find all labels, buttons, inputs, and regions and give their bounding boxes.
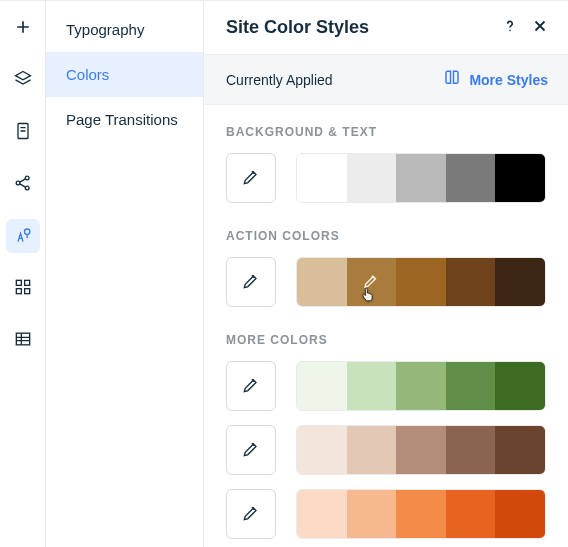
pencil-icon [241, 439, 261, 462]
more-styles-button[interactable]: More Styles [443, 69, 548, 90]
grid-icon [13, 277, 33, 300]
color-swatch[interactable] [347, 154, 397, 202]
plus-icon [13, 17, 33, 40]
color-swatch[interactable] [446, 154, 496, 202]
help-icon [501, 17, 519, 38]
svg-rect-6 [24, 280, 29, 285]
color-swatch[interactable] [396, 258, 446, 306]
svg-point-3 [25, 186, 29, 190]
color-swatch[interactable] [495, 426, 545, 474]
color-swatch[interactable] [446, 490, 496, 538]
sidebar-item-label: Page Transitions [66, 111, 178, 128]
sidebar-item-typography[interactable]: Typography [46, 7, 203, 52]
color-swatch[interactable] [297, 258, 347, 306]
svg-point-10 [509, 30, 511, 32]
rail-page[interactable] [6, 115, 40, 149]
swatch-row [226, 361, 546, 411]
rail-theme[interactable] [6, 219, 40, 253]
rail-table[interactable] [6, 323, 40, 357]
svg-rect-7 [16, 288, 21, 293]
color-swatch[interactable] [495, 258, 545, 306]
swatch-group: Edit [296, 257, 546, 307]
sidebar-item-label: Typography [66, 21, 144, 38]
pencil-icon [241, 271, 261, 294]
section-label: BACKGROUND & TEXT [226, 125, 546, 139]
currently-applied-label: Currently Applied [226, 72, 443, 88]
color-swatch-hovered[interactable]: Edit [347, 258, 397, 306]
swatch-row [226, 425, 546, 475]
sidebar-item-label: Colors [66, 66, 109, 83]
pencil-icon [241, 375, 261, 398]
color-swatch[interactable] [297, 490, 347, 538]
page-icon [13, 121, 33, 144]
color-swatch[interactable] [396, 490, 446, 538]
sidebar-item-page-transitions[interactable]: Page Transitions [46, 97, 203, 142]
share-icon [13, 173, 33, 196]
section-action-colors: ACTION COLORS Edit [226, 229, 546, 307]
color-swatch[interactable] [495, 490, 545, 538]
panel-body: BACKGROUND & TEXT [204, 105, 568, 547]
color-swatch[interactable] [297, 426, 347, 474]
edit-palette-button[interactable] [226, 489, 276, 539]
rail-apps[interactable] [6, 271, 40, 305]
panel-title: Site Color Styles [226, 17, 490, 38]
swatch-group [296, 153, 546, 203]
panel-header: Site Color Styles [204, 1, 568, 54]
swatch-row: Edit [226, 257, 546, 307]
table-icon [13, 329, 33, 352]
color-swatch[interactable] [495, 362, 545, 410]
sidebar-item-colors[interactable]: Colors [46, 52, 203, 97]
more-styles-label: More Styles [469, 72, 548, 88]
rail-add[interactable] [6, 11, 40, 45]
color-swatch[interactable] [297, 362, 347, 410]
color-swatch[interactable] [446, 426, 496, 474]
color-swatch[interactable] [495, 154, 545, 202]
color-swatch[interactable] [446, 258, 496, 306]
rail-layers[interactable] [6, 63, 40, 97]
pencil-icon [241, 503, 261, 526]
swatch-group [296, 489, 546, 539]
layers-icon [13, 69, 33, 92]
svg-rect-5 [16, 280, 21, 285]
edit-palette-button[interactable] [226, 361, 276, 411]
close-button[interactable] [530, 18, 550, 38]
svg-point-4 [24, 229, 29, 234]
swatch-group [296, 425, 546, 475]
section-more-colors: MORE COLORS [226, 333, 546, 539]
color-swatch[interactable] [347, 426, 397, 474]
color-swatch[interactable] [396, 362, 446, 410]
help-button[interactable] [500, 18, 520, 38]
swatch-row [226, 153, 546, 203]
edit-palette-button[interactable] [226, 425, 276, 475]
color-swatch[interactable] [396, 426, 446, 474]
color-styles-panel: Site Color Styles Currently Applied More… [204, 1, 568, 547]
rail-share[interactable] [6, 167, 40, 201]
currently-applied-bar: Currently Applied More Styles [204, 54, 568, 105]
color-swatch[interactable] [347, 490, 397, 538]
book-icon [443, 69, 461, 90]
edit-palette-button[interactable] [226, 153, 276, 203]
color-swatch[interactable] [396, 154, 446, 202]
svg-rect-9 [16, 333, 29, 345]
style-sidebar: Typography Colors Page Transitions [46, 1, 204, 547]
close-icon [531, 17, 549, 38]
section-label: MORE COLORS [226, 333, 546, 347]
pencil-icon [241, 167, 261, 190]
color-swatch[interactable] [347, 362, 397, 410]
svg-rect-8 [24, 288, 29, 293]
section-background-text: BACKGROUND & TEXT [226, 125, 546, 203]
svg-point-2 [25, 176, 29, 180]
left-icon-rail [0, 1, 46, 547]
section-label: ACTION COLORS [226, 229, 546, 243]
theme-icon [13, 225, 33, 248]
swatch-group [296, 361, 546, 411]
pencil-icon [362, 272, 380, 293]
swatch-row [226, 489, 546, 539]
edit-palette-button[interactable] [226, 257, 276, 307]
color-swatch[interactable] [446, 362, 496, 410]
color-swatch[interactable] [297, 154, 347, 202]
svg-point-1 [16, 181, 20, 185]
